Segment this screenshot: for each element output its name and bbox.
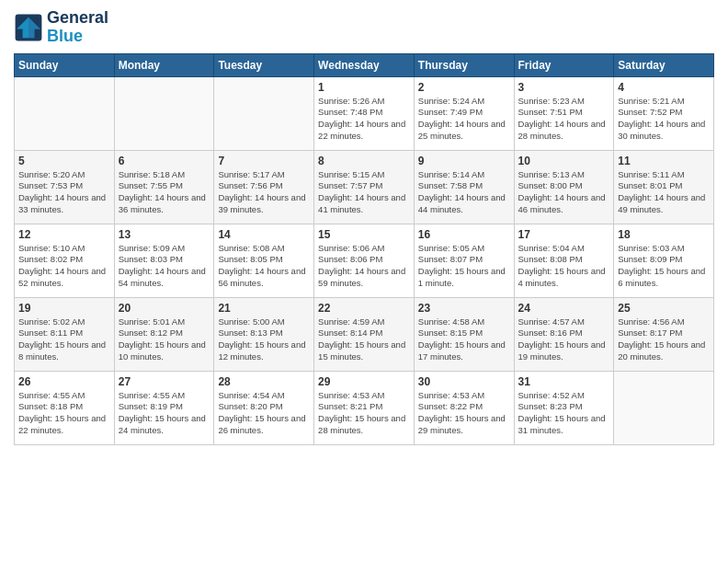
day-detail: Sunrise: 5:18 AM Sunset: 7:55 PM Dayligh…: [119, 169, 210, 216]
logo: General Blue: [14, 9, 108, 46]
day-detail: Sunrise: 5:15 AM Sunset: 7:57 PM Dayligh…: [318, 169, 410, 216]
day-detail: Sunrise: 5:04 AM Sunset: 8:08 PM Dayligh…: [518, 243, 610, 290]
day-detail: Sunrise: 4:56 AM Sunset: 8:17 PM Dayligh…: [618, 316, 710, 363]
day-detail: Sunrise: 5:26 AM Sunset: 7:48 PM Dayligh…: [318, 96, 410, 143]
calendar-cell: 16Sunrise: 5:05 AM Sunset: 8:07 PM Dayli…: [414, 224, 514, 297]
day-header-tuesday: Tuesday: [214, 53, 314, 76]
calendar-week-row: 1Sunrise: 5:26 AM Sunset: 7:48 PM Daylig…: [15, 76, 714, 150]
day-detail: Sunrise: 5:21 AM Sunset: 7:52 PM Dayligh…: [618, 96, 710, 143]
calendar-week-row: 19Sunrise: 5:02 AM Sunset: 8:11 PM Dayli…: [15, 297, 714, 371]
calendar-cell: 20Sunrise: 5:01 AM Sunset: 8:12 PM Dayli…: [114, 297, 214, 371]
calendar-cell: 1Sunrise: 5:26 AM Sunset: 7:48 PM Daylig…: [314, 76, 415, 150]
day-number: 14: [218, 228, 310, 241]
calendar-cell: 11Sunrise: 5:11 AM Sunset: 8:01 PM Dayli…: [614, 150, 714, 224]
day-header-monday: Monday: [114, 53, 214, 76]
day-number: 11: [618, 155, 710, 167]
calendar-cell: [15, 76, 115, 150]
day-number: 10: [518, 155, 610, 167]
calendar-cell: 19Sunrise: 5:02 AM Sunset: 8:11 PM Dayli…: [15, 297, 115, 371]
logo-text: General Blue: [47, 9, 108, 46]
day-number: 21: [218, 302, 310, 315]
calendar-cell: [214, 76, 314, 150]
day-header-thursday: Thursday: [414, 53, 514, 76]
calendar-cell: [114, 76, 214, 150]
day-detail: Sunrise: 5:11 AM Sunset: 8:01 PM Dayligh…: [618, 169, 710, 216]
day-detail: Sunrise: 5:09 AM Sunset: 8:03 PM Dayligh…: [119, 243, 210, 290]
day-number: 25: [618, 302, 710, 315]
day-detail: Sunrise: 4:53 AM Sunset: 8:21 PM Dayligh…: [318, 390, 410, 437]
day-detail: Sunrise: 5:24 AM Sunset: 7:49 PM Dayligh…: [418, 96, 510, 143]
calendar-week-row: 5Sunrise: 5:20 AM Sunset: 7:53 PM Daylig…: [15, 150, 714, 224]
calendar-cell: 22Sunrise: 4:59 AM Sunset: 8:14 PM Dayli…: [314, 297, 415, 371]
calendar-cell: 27Sunrise: 4:55 AM Sunset: 8:19 PM Dayli…: [114, 371, 214, 444]
calendar-cell: 29Sunrise: 4:53 AM Sunset: 8:21 PM Dayli…: [314, 371, 415, 444]
day-detail: Sunrise: 4:55 AM Sunset: 8:18 PM Dayligh…: [18, 390, 110, 437]
calendar-cell: 17Sunrise: 5:04 AM Sunset: 8:08 PM Dayli…: [514, 224, 614, 297]
calendar-week-row: 26Sunrise: 4:55 AM Sunset: 8:18 PM Dayli…: [15, 371, 714, 444]
day-detail: Sunrise: 5:08 AM Sunset: 8:05 PM Dayligh…: [218, 243, 310, 290]
day-number: 9: [418, 155, 510, 167]
calendar-cell: 6Sunrise: 5:18 AM Sunset: 7:55 PM Daylig…: [114, 150, 214, 224]
day-number: 15: [318, 228, 410, 241]
calendar-cell: 23Sunrise: 4:58 AM Sunset: 8:15 PM Dayli…: [414, 297, 514, 371]
logo-icon: [14, 13, 43, 42]
day-header-saturday: Saturday: [614, 53, 714, 76]
day-detail: Sunrise: 4:57 AM Sunset: 8:16 PM Dayligh…: [518, 316, 610, 363]
day-detail: Sunrise: 5:01 AM Sunset: 8:12 PM Dayligh…: [119, 316, 210, 363]
day-detail: Sunrise: 5:20 AM Sunset: 7:53 PM Dayligh…: [18, 169, 110, 216]
day-header-sunday: Sunday: [15, 53, 115, 76]
calendar-cell: 4Sunrise: 5:21 AM Sunset: 7:52 PM Daylig…: [614, 76, 714, 150]
day-number: 27: [119, 375, 210, 388]
day-number: 2: [418, 81, 510, 94]
day-header-wednesday: Wednesday: [314, 53, 415, 76]
calendar-cell: 24Sunrise: 4:57 AM Sunset: 8:16 PM Dayli…: [514, 297, 614, 371]
calendar-cell: 30Sunrise: 4:53 AM Sunset: 8:22 PM Dayli…: [414, 371, 514, 444]
day-number: 13: [119, 228, 210, 241]
day-detail: Sunrise: 4:52 AM Sunset: 8:23 PM Dayligh…: [518, 390, 610, 437]
calendar-cell: 18Sunrise: 5:03 AM Sunset: 8:09 PM Dayli…: [614, 224, 714, 297]
calendar-cell: 31Sunrise: 4:52 AM Sunset: 8:23 PM Dayli…: [514, 371, 614, 444]
day-detail: Sunrise: 5:14 AM Sunset: 7:58 PM Dayligh…: [418, 169, 510, 216]
day-detail: Sunrise: 4:59 AM Sunset: 8:14 PM Dayligh…: [318, 316, 410, 363]
day-number: 24: [518, 302, 610, 315]
calendar-body: 1Sunrise: 5:26 AM Sunset: 7:48 PM Daylig…: [15, 76, 714, 444]
day-detail: Sunrise: 5:03 AM Sunset: 8:09 PM Dayligh…: [618, 243, 710, 290]
day-detail: Sunrise: 5:05 AM Sunset: 8:07 PM Dayligh…: [418, 243, 510, 290]
calendar-cell: 8Sunrise: 5:15 AM Sunset: 7:57 PM Daylig…: [314, 150, 415, 224]
calendar-cell: 26Sunrise: 4:55 AM Sunset: 8:18 PM Dayli…: [15, 371, 115, 444]
calendar-cell: 7Sunrise: 5:17 AM Sunset: 7:56 PM Daylig…: [214, 150, 314, 224]
day-detail: Sunrise: 4:58 AM Sunset: 8:15 PM Dayligh…: [418, 316, 510, 363]
calendar-cell: 5Sunrise: 5:20 AM Sunset: 7:53 PM Daylig…: [15, 150, 115, 224]
calendar-cell: 12Sunrise: 5:10 AM Sunset: 8:02 PM Dayli…: [15, 224, 115, 297]
day-detail: Sunrise: 4:53 AM Sunset: 8:22 PM Dayligh…: [418, 390, 510, 437]
day-number: 29: [318, 375, 410, 388]
calendar-cell: 28Sunrise: 4:54 AM Sunset: 8:20 PM Dayli…: [214, 371, 314, 444]
calendar-cell: 13Sunrise: 5:09 AM Sunset: 8:03 PM Dayli…: [114, 224, 214, 297]
day-number: 18: [618, 228, 710, 241]
day-number: 3: [518, 81, 610, 94]
day-detail: Sunrise: 5:00 AM Sunset: 8:13 PM Dayligh…: [218, 316, 310, 363]
calendar-cell: 21Sunrise: 5:00 AM Sunset: 8:13 PM Dayli…: [214, 297, 314, 371]
calendar-cell: 9Sunrise: 5:14 AM Sunset: 7:58 PM Daylig…: [414, 150, 514, 224]
day-number: 31: [518, 375, 610, 388]
day-header-friday: Friday: [514, 53, 614, 76]
day-number: 20: [119, 302, 210, 315]
calendar-cell: 2Sunrise: 5:24 AM Sunset: 7:49 PM Daylig…: [414, 76, 514, 150]
day-number: 4: [618, 81, 710, 94]
day-number: 16: [418, 228, 510, 241]
day-number: 22: [318, 302, 410, 315]
day-detail: Sunrise: 5:10 AM Sunset: 8:02 PM Dayligh…: [18, 243, 110, 290]
day-number: 26: [18, 375, 110, 388]
day-number: 28: [218, 375, 310, 388]
calendar-header-row: SundayMondayTuesdayWednesdayThursdayFrid…: [15, 53, 714, 76]
calendar-cell: 15Sunrise: 5:06 AM Sunset: 8:06 PM Dayli…: [314, 224, 415, 297]
calendar-cell: 10Sunrise: 5:13 AM Sunset: 8:00 PM Dayli…: [514, 150, 614, 224]
day-number: 17: [518, 228, 610, 241]
calendar-table: SundayMondayTuesdayWednesdayThursdayFrid…: [14, 53, 714, 445]
day-detail: Sunrise: 5:06 AM Sunset: 8:06 PM Dayligh…: [318, 243, 410, 290]
day-detail: Sunrise: 4:54 AM Sunset: 8:20 PM Dayligh…: [218, 390, 310, 437]
day-detail: Sunrise: 5:23 AM Sunset: 7:51 PM Dayligh…: [518, 96, 610, 143]
calendar-cell: 25Sunrise: 4:56 AM Sunset: 8:17 PM Dayli…: [614, 297, 714, 371]
day-detail: Sunrise: 5:13 AM Sunset: 8:00 PM Dayligh…: [518, 169, 610, 216]
day-detail: Sunrise: 5:02 AM Sunset: 8:11 PM Dayligh…: [18, 316, 110, 363]
